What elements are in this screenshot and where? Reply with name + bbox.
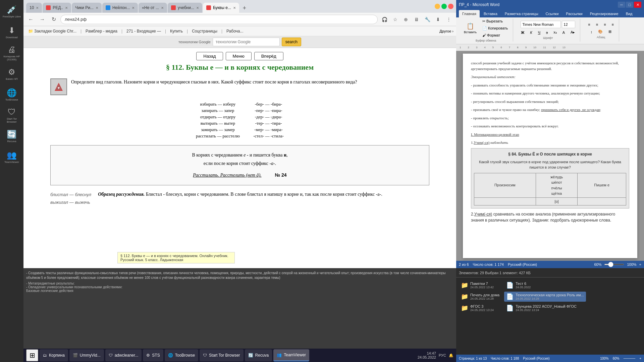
shading-button[interactable]: 🎨 <box>596 28 605 35</box>
cut-button[interactable]: ✂ Вырезать <box>480 18 510 24</box>
tab-2[interactable]: Чики Ри...✕ <box>72 3 102 13</box>
back-content-button[interactable]: Назад <box>196 52 223 60</box>
minimize-button[interactable] <box>435 4 440 9</box>
taskbar-app-korpina[interactable]: 🗂Корпина <box>40 349 68 361</box>
zoom-slider[interactable] <box>604 264 624 265</box>
tab-layout[interactable]: Разметка страницы <box>501 10 542 17</box>
tab-active[interactable]: Буквы е...✕ <box>203 3 239 13</box>
tab-mailings[interactable]: Рассылки <box>562 10 586 17</box>
headphones-icon[interactable]: 🎧 <box>380 15 389 24</box>
refresh-button[interactable]: ↻ <box>49 15 58 24</box>
forward-content-button[interactable]: Вперёд <box>254 52 283 60</box>
fm-file-techcard[interactable]: 📄 Технологическая карта урока Роль им...… <box>504 292 586 302</box>
bookmark-social[interactable]: Соцстраницы <box>190 28 219 34</box>
align-left-button[interactable]: ≡ <box>586 21 592 27</box>
fm-description: - Создавать тексты различных функциональ… <box>23 268 456 349</box>
italic-button[interactable]: К <box>528 29 534 36</box>
download-icon[interactable]: ⬇ <box>433 15 443 24</box>
highlight-button[interactable]: А▸ <box>568 29 577 36</box>
address-bar[interactable] <box>60 15 378 24</box>
align-center-button[interactable]: ≡ <box>594 21 600 27</box>
tab-view[interactable]: Вид <box>623 10 636 17</box>
sidebar-icon-freestyle[interactable]: 💉 FreeStyle Libre <box>2 2 21 21</box>
taskbar-app-teamviewer[interactable]: 👥TeamViewer <box>273 349 309 361</box>
tab-0[interactable]: 10✕ <box>26 3 42 13</box>
word-minimize-button[interactable]: ─ <box>618 2 625 8</box>
star-icon[interactable]: ☆ <box>390 15 400 24</box>
tab-home[interactable]: Главная <box>459 10 480 17</box>
other-bookmarks[interactable]: Другое › <box>439 29 453 33</box>
taskbar-app-ummy[interactable]: 🎬UmmyVid... <box>69 349 104 361</box>
word-restore-button[interactable]: □ <box>626 2 633 8</box>
close-button[interactable] <box>448 4 453 9</box>
font-color-button[interactable]: А <box>560 29 567 36</box>
new-tab-button[interactable]: + <box>240 3 249 13</box>
sidebar-icon-bazis[interactable]: ⚙ Базис-ЧП <box>2 64 21 83</box>
taskbar-app-adw[interactable]: 🛡adwcleaner... <box>105 349 142 361</box>
line-spacing-button[interactable]: ↕ <box>588 29 595 35</box>
extension-icon[interactable]: 🔧 <box>423 15 432 24</box>
start-button[interactable]: ⊞ <box>26 349 38 361</box>
menu-icon[interactable]: ⋮ <box>444 15 453 24</box>
tab-review[interactable]: Рецензирование <box>587 10 622 17</box>
tab-references[interactable]: Ссылки <box>542 10 562 17</box>
tab-1[interactable]: РЕД..✕ <box>43 3 71 13</box>
sidebar-icon-printer[interactable]: 🖨 Копирова HP (S1300) <box>2 44 21 62</box>
sidebar-icon-start-tor[interactable]: 🛡 Start Tor Browser <box>2 106 21 125</box>
google-search-button[interactable]: search <box>282 38 301 46</box>
back-button[interactable]: ← <box>26 15 36 24</box>
font-size-input[interactable] <box>562 21 575 28</box>
fm-file-test6[interactable]: 📄 Тест 6 24.05.2022 <box>504 280 586 290</box>
bookmark-google[interactable]: 📁 Закладки Google Chr... <box>26 28 78 34</box>
subscript-button[interactable]: x₂ <box>551 29 559 36</box>
fm-folder-fgos[interactable]: 📁 ФГОС 3 24.05.2022 13:24 <box>459 303 501 313</box>
word-close-button[interactable]: ✕ <box>634 2 641 8</box>
bold-button[interactable]: Ж <box>519 29 527 36</box>
root-pair-2: -пер- — -пира- <box>253 108 284 113</box>
sidebar-icon-recuva[interactable]: 🔄 Recuva <box>2 127 21 145</box>
format-painter-button[interactable]: 🖌 Формат <box>480 32 510 38</box>
maximize-button[interactable] <box>441 4 447 9</box>
taskbar-app-sts[interactable]: ⚙STS <box>143 349 163 361</box>
fm-toolbar: Элементов: 29 Выбран 1 элемент: 427 КБ <box>456 268 644 278</box>
browser-toolbar: ← → ↻ 🎧 ☆ ⊕ 🖥 🔧 ⬇ ⋮ <box>23 13 456 26</box>
taskbar-app-start-tor[interactable]: 🛡Start Tor Browser <box>200 349 243 361</box>
fm-file-truntceva[interactable]: 📄 Трунцева 2022 АСОУ_Новый ФГОС 24.05.20… <box>504 303 586 313</box>
fm-folder-print[interactable]: 📁 Печать для дома 24.05.2022 14:28 <box>459 292 501 302</box>
zoom2: 60% <box>613 357 620 360</box>
taskbar-app-recuva[interactable]: 🔄Recuva <box>245 349 272 361</box>
bookmark-rambler[interactable]: Рамблер - медиа <box>84 28 119 34</box>
bookmark-buy[interactable]: Купить <box>168 28 185 34</box>
share-icon[interactable]: ⊕ <box>401 15 411 24</box>
word-statusbar: 2 из 6 Число слов: 1 174 Русский (Россия… <box>456 261 644 268</box>
article-content: § 112. Буквы е — и в корнях с чередовани… <box>23 63 456 213</box>
screen-icon[interactable]: 🖥 <box>412 15 421 24</box>
sidebar-icon-torbrowse[interactable]: 🌐 TorBrowse <box>2 85 21 104</box>
tab-4[interactable]: «Не от ...✕ <box>139 3 167 13</box>
tab-5[interactable]: учебни...✕ <box>168 3 202 13</box>
align-right-button[interactable]: ≡ <box>601 21 608 27</box>
justify-button[interactable]: ≡ <box>609 21 616 27</box>
word-pairs-table: избирать — изберу запирать — запер отдир… <box>50 101 429 140</box>
taskbar-app-torbrowse[interactable]: 🌐TooBrowse <box>165 349 198 361</box>
sidebar-icon-teamviewer[interactable]: 👥 TeamViewer <box>2 147 21 166</box>
copy-button[interactable]: 📄 Копировать <box>480 25 510 32</box>
word-page[interactable]: способ решения учебной задачи с учётом и… <box>463 54 637 258</box>
example-box: блистал — блеснул выжигал — выжечь Образ… <box>50 191 429 206</box>
tab-insert[interactable]: Вставка <box>480 10 501 17</box>
fm-folder-pamyatki[interactable]: 📁 Памятки 7 24.05.2022 13:42 <box>459 280 501 290</box>
bottom-center: - Создавать тексты различных функциональ… <box>23 268 456 362</box>
bookmark-inbox[interactable]: 271 - Входящие — <box>124 28 163 34</box>
font-name-input[interactable] <box>521 21 561 28</box>
sidebar-icon-download[interactable]: ⬇ Download <box>2 23 21 42</box>
tooltip: § 112. Буквы е — и в корнях с чередовани… <box>117 252 235 263</box>
bookmark-work[interactable]: Рабоча... <box>224 28 246 34</box>
borders-button[interactable]: ⊞ <box>606 28 614 35</box>
google-search-input[interactable] <box>213 38 280 46</box>
forward-button[interactable]: → <box>38 15 47 24</box>
menu-content-button[interactable]: Меню <box>226 52 252 60</box>
tab-3[interactable]: Нейлон...✕ <box>102 3 138 13</box>
underline-button[interactable]: Ч <box>536 29 543 36</box>
paste-button[interactable]: 📋 Вставить <box>462 19 479 37</box>
strikethrough-button[interactable]: з <box>544 29 550 36</box>
